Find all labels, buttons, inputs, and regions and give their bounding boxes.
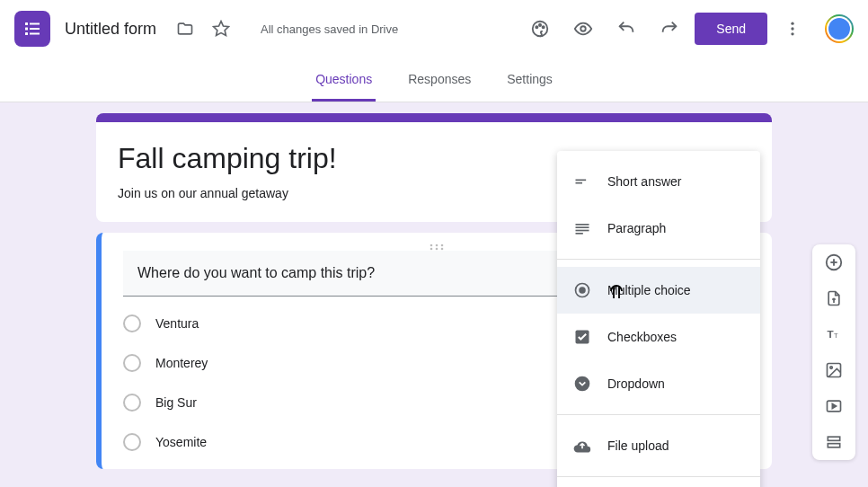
svg-rect-28 [576, 233, 583, 235]
menu-separator [557, 414, 760, 415]
svg-point-14 [791, 32, 793, 35]
svg-rect-3 [30, 28, 40, 30]
svg-point-20 [441, 248, 444, 251]
svg-point-11 [581, 26, 587, 31]
menu-label: Short answer [607, 174, 681, 189]
forms-logo[interactable] [14, 11, 50, 47]
add-question-button[interactable] [823, 252, 845, 273]
menu-separator [557, 259, 760, 260]
svg-marker-6 [214, 22, 229, 36]
svg-point-15 [430, 244, 433, 247]
form-name[interactable]: Untitled form [65, 20, 156, 39]
tabs-bar: Questions Responses Settings [0, 58, 868, 102]
radio-icon [123, 354, 141, 372]
save-status: All changes saved in Drive [261, 22, 522, 36]
svg-point-30 [579, 287, 586, 294]
radio-icon [123, 433, 141, 451]
svg-rect-0 [25, 22, 28, 25]
option-label[interactable]: Yosemite [155, 435, 207, 449]
svg-rect-27 [576, 230, 589, 232]
menu-item-paragraph[interactable]: Paragraph [557, 205, 760, 252]
option-label[interactable]: Monterey [155, 356, 208, 370]
svg-point-16 [436, 244, 438, 247]
upload-icon [571, 435, 593, 456]
svg-point-9 [539, 24, 541, 26]
add-title-button[interactable]: TT [823, 323, 845, 345]
paragraph-icon [571, 217, 593, 239]
palette-icon[interactable] [529, 18, 551, 40]
svg-rect-24 [576, 182, 583, 184]
svg-point-13 [791, 27, 793, 30]
preview-icon[interactable] [572, 18, 594, 40]
add-image-button[interactable] [823, 359, 845, 381]
menu-label: Dropdown [607, 376, 665, 391]
svg-point-18 [430, 248, 433, 251]
svg-rect-46 [828, 437, 839, 440]
question-type-menu: Short answer Paragraph Multiple choice C… [557, 151, 760, 487]
svg-rect-5 [30, 33, 40, 35]
svg-rect-1 [30, 23, 40, 25]
svg-text:T: T [834, 332, 838, 340]
drag-handle-icon[interactable] [428, 238, 446, 254]
svg-rect-47 [828, 444, 839, 447]
app-header: Untitled form All changes saved in Drive… [0, 0, 868, 58]
account-avatar[interactable] [825, 14, 854, 43]
svg-rect-26 [576, 226, 589, 228]
radio-icon [571, 279, 593, 301]
menu-item-short-answer[interactable]: Short answer [557, 158, 760, 205]
option-label[interactable]: Ventura [155, 316, 199, 331]
svg-text:T: T [828, 328, 834, 340]
send-button[interactable]: Send [695, 13, 767, 45]
checkbox-icon [571, 326, 593, 348]
short-answer-icon [571, 171, 593, 192]
menu-label: File upload [607, 438, 669, 453]
tab-questions[interactable]: Questions [312, 61, 376, 102]
svg-point-10 [543, 26, 545, 28]
dropdown-icon [571, 373, 593, 394]
menu-item-file-upload[interactable]: File upload [557, 422, 760, 469]
folder-icon[interactable] [174, 18, 196, 40]
tab-settings[interactable]: Settings [503, 61, 556, 102]
svg-point-12 [791, 22, 793, 25]
undo-icon[interactable] [616, 18, 637, 40]
more-icon[interactable] [782, 18, 803, 40]
menu-separator [557, 476, 760, 477]
svg-rect-25 [576, 224, 589, 226]
redo-icon[interactable] [659, 18, 680, 40]
svg-point-43 [830, 367, 833, 369]
menu-item-multiple-choice[interactable]: Multiple choice [557, 267, 760, 314]
tab-responses[interactable]: Responses [404, 61, 474, 102]
menu-item-dropdown[interactable]: Dropdown [557, 360, 760, 407]
menu-label: Checkboxes [607, 330, 677, 344]
side-toolbar: TT [812, 244, 855, 460]
add-section-button[interactable] [823, 431, 845, 453]
svg-marker-45 [832, 404, 836, 409]
svg-point-8 [536, 26, 538, 28]
star-icon[interactable] [210, 18, 232, 40]
menu-label: Paragraph [607, 221, 666, 235]
svg-rect-4 [25, 32, 28, 35]
menu-label: Multiple choice [607, 283, 691, 297]
svg-point-17 [441, 244, 444, 247]
import-questions-button[interactable] [823, 288, 845, 309]
menu-item-checkboxes[interactable]: Checkboxes [557, 314, 760, 360]
svg-rect-23 [576, 180, 587, 182]
svg-point-32 [575, 376, 590, 392]
option-label[interactable]: Big Sur [155, 395, 197, 410]
radio-icon [123, 314, 141, 332]
svg-point-19 [436, 248, 438, 251]
radio-icon [123, 394, 141, 412]
svg-rect-2 [25, 28, 28, 31]
add-video-button[interactable] [823, 395, 845, 417]
